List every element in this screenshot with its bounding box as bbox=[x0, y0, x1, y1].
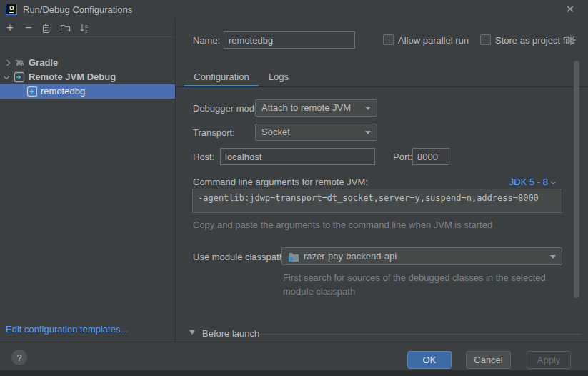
before-launch-expand-icon[interactable] bbox=[189, 330, 195, 335]
sidebar-item-remote-jvm-debug[interactable]: Remote JVM Debug bbox=[0, 70, 175, 84]
sort-az-icon: a z bbox=[79, 23, 90, 34]
ok-button[interactable]: OK bbox=[407, 351, 452, 369]
separator bbox=[257, 334, 580, 335]
remove-configuration-button[interactable]: − bbox=[21, 21, 36, 35]
window-title: Run/Debug Configurations bbox=[23, 4, 132, 15]
title-bar: IJ Run/Debug Configurations ✕ bbox=[0, 0, 588, 19]
sidebar-toolbar: + − a bbox=[0, 19, 175, 37]
copy-configuration-button[interactable] bbox=[40, 21, 54, 35]
name-label: Name: bbox=[193, 35, 220, 46]
tab-logs[interactable]: Logs bbox=[261, 69, 296, 86]
cmdline-hint: Copy and paste the arguments to the comm… bbox=[193, 219, 492, 230]
chevron-right-icon[interactable] bbox=[4, 60, 10, 66]
new-folder-button[interactable] bbox=[59, 21, 73, 35]
cmdline-arguments-field[interactable]: -agentlib:jdwp=transport=dt_socket,serve… bbox=[192, 189, 562, 213]
module-folder-icon bbox=[288, 252, 299, 262]
cmdline-label: Command line arguments for remote JVM: bbox=[193, 177, 368, 187]
window-edge bbox=[0, 370, 588, 376]
host-input[interactable] bbox=[220, 148, 375, 165]
allow-parallel-run-label: Allow parallel run bbox=[398, 35, 469, 46]
chevron-down-icon bbox=[551, 179, 556, 184]
allow-parallel-run-checkbox[interactable] bbox=[383, 34, 394, 45]
apply-button[interactable]: Apply bbox=[527, 351, 571, 369]
classpath-label: Use module classpath: bbox=[193, 252, 287, 262]
sidebar-item-gradle[interactable]: Gradle bbox=[0, 56, 175, 70]
sidebar-item-remotedbg[interactable]: remotedbg bbox=[0, 84, 175, 99]
svg-text:a: a bbox=[85, 23, 88, 28]
dropdown-arrow-icon bbox=[365, 131, 371, 134]
separator bbox=[175, 86, 588, 87]
cancel-button[interactable]: Cancel bbox=[466, 351, 511, 369]
intellij-logo-icon: IJ bbox=[6, 4, 17, 15]
help-button[interactable]: ? bbox=[11, 350, 27, 365]
dialog-footer: ? OK Cancel Apply bbox=[0, 342, 588, 370]
gear-icon[interactable] bbox=[565, 34, 577, 46]
transport-select[interactable]: Socket bbox=[255, 124, 377, 141]
gradle-icon bbox=[14, 58, 25, 69]
sort-configurations-button[interactable]: a z bbox=[77, 21, 91, 35]
name-input[interactable] bbox=[224, 31, 355, 49]
transport-label: Transport: bbox=[193, 127, 235, 138]
module-classpath-select[interactable]: razer-pay-backend-api bbox=[281, 247, 562, 265]
before-launch-label: Before launch bbox=[202, 328, 259, 339]
add-configuration-button[interactable]: + bbox=[3, 21, 17, 35]
dropdown-arrow-icon bbox=[550, 255, 556, 259]
port-input[interactable] bbox=[412, 148, 449, 165]
host-label: Host: bbox=[193, 152, 214, 162]
vertical-scrollbar[interactable] bbox=[574, 61, 579, 298]
copy-icon bbox=[42, 23, 52, 33]
close-icon[interactable]: ✕ bbox=[564, 3, 577, 16]
classpath-hint: First search for sources of the debugged… bbox=[283, 272, 553, 298]
store-as-project-file-checkbox[interactable] bbox=[480, 34, 491, 45]
port-label: Port: bbox=[393, 152, 412, 162]
debugger-mode-label: Debugger mode: bbox=[193, 103, 262, 114]
chevron-down-icon[interactable] bbox=[4, 74, 9, 79]
svg-text:z: z bbox=[85, 29, 87, 34]
tab-configuration[interactable]: Configuration bbox=[184, 69, 259, 86]
remote-debug-icon bbox=[26, 86, 38, 97]
edit-configuration-templates-link[interactable]: Edit configuration templates... bbox=[6, 324, 128, 335]
new-folder-icon bbox=[60, 23, 71, 33]
jdk-version-link[interactable]: JDK 5 - 8 bbox=[509, 177, 555, 187]
remote-debug-icon bbox=[14, 71, 25, 83]
run-debug-configurations-dialog: IJ Run/Debug Configurations ✕ + − bbox=[0, 0, 588, 376]
dropdown-arrow-icon bbox=[365, 107, 371, 110]
sidebar-divider bbox=[175, 19, 176, 342]
cmdline-arguments-value: -agentlib:jdwp=transport=dt_socket,serve… bbox=[198, 193, 539, 203]
store-as-project-file-label: Store as project file bbox=[495, 35, 574, 46]
configurations-sidebar: + − a bbox=[0, 19, 175, 342]
debugger-mode-select[interactable]: Attach to remote JVM bbox=[255, 99, 377, 117]
